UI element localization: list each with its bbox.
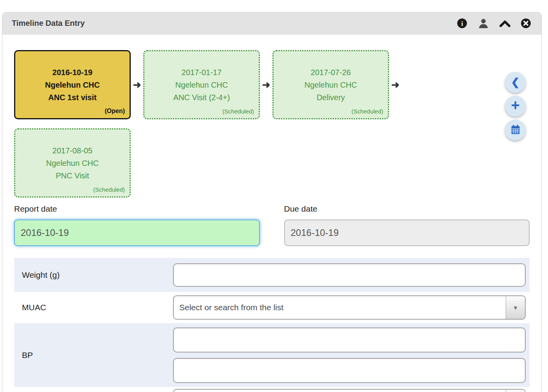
due-date-field: Due date [284,204,530,246]
event-date: 2017-08-05 [52,144,92,157]
event-status-badge: (Scheduled) [352,108,383,115]
timeline-row-1: 2016-10-19 Ngelehun CHC ANC 1st visit (O… [14,50,530,119]
event-stage: Delivery [317,91,345,104]
muac-select-input[interactable] [174,296,506,319]
event-status-badge: (Scheduled) [222,108,254,115]
report-date-label: Report date [14,204,260,214]
add-event-button[interactable]: + [505,96,526,117]
timeline-event-delivery[interactable]: 2017-07-26 Ngelehun CHC Delivery (Schedu… [272,50,389,119]
dropdown-button[interactable]: ▼ [506,390,525,392]
weight-input[interactable] [173,263,526,287]
arrow-right-icon: ➜ [131,50,143,119]
timeline-data-entry-widget: Timeline Data Entry i 2016-10-19 Ngelehu… [2,12,542,392]
event-dates-section: Report date Due date [2,198,541,246]
event-stage: ANC 1st visit [48,91,96,104]
data-entry-table: Weight (g) MUAC ▼ BP [14,258,530,392]
form-row-bp: BP [14,323,530,387]
event-stage: ANC Visit (2-4+) [173,91,230,104]
partial-select-input[interactable] [174,390,506,392]
widget-title: Timeline Data Entry [12,19,85,28]
event-stage: PNC Visit [56,169,89,182]
chevron-up-icon[interactable] [499,20,510,27]
info-icon[interactable]: i [457,18,467,29]
form-row-partial: ▼ [14,387,530,392]
person-icon[interactable] [478,18,489,29]
timeline-side-buttons: ❮ + [505,72,526,140]
event-status-badge: (Scheduled) [93,186,125,193]
widget-header-actions: i [457,18,532,29]
arrow-right-icon: ➜ [260,50,272,119]
timeline-event-pnc-visit[interactable]: 2017-08-05 Ngelehun CHC PNC Visit (Sched… [14,128,131,198]
bp-systolic-input[interactable] [173,327,526,352]
event-date: 2017-07-26 [311,66,351,79]
schedule-event-button[interactable] [505,120,526,140]
plus-icon: + [511,97,519,114]
event-status-badge: (Open) [105,108,125,115]
report-date-field: Report date [14,204,260,246]
timeline-event-anc-1st-visit[interactable]: 2016-10-19 Ngelehun CHC ANC 1st visit (O… [14,50,131,119]
due-date-label: Due date [284,204,530,214]
event-org-unit: Ngelehun CHC [175,79,228,91]
chevron-down-icon: ▼ [513,304,519,311]
bp-label: BP [14,351,173,360]
timeline-row-2: 2017-08-05 Ngelehun CHC PNC Visit (Sched… [14,128,530,198]
event-date: 2017-01-17 [182,66,222,79]
partial-select[interactable]: ▼ [173,389,526,392]
timeline-event-anc-visit-2-4[interactable]: 2017-01-17 Ngelehun CHC ANC Visit (2-4+)… [143,50,260,119]
weight-label: Weight (g) [14,270,173,280]
widget-header: Timeline Data Entry i [2,13,541,34]
event-org-unit: Ngelehun CHC [46,157,99,169]
muac-select[interactable]: ▼ [173,295,526,320]
bp-diastolic-input[interactable] [173,358,526,383]
form-row-muac: MUAC ▼ [14,292,530,323]
back-button[interactable]: ❮ [505,72,526,93]
event-timeline: 2016-10-19 Ngelehun CHC ANC 1st visit (O… [2,34,541,198]
chevron-left-icon: ❮ [511,76,520,88]
event-date: 2016-10-19 [52,66,92,79]
muac-label: MUAC [14,303,173,312]
event-org-unit: Ngelehun CHC [45,79,100,91]
svg-text:i: i [461,20,463,27]
dropdown-button[interactable]: ▼ [506,296,525,319]
event-org-unit: Ngelehun CHC [305,79,357,91]
calendar-icon [510,124,521,137]
close-icon[interactable] [521,18,531,29]
due-date-input [284,219,530,246]
form-row-weight: Weight (g) [14,258,530,292]
arrow-right-icon: ➜ [389,50,402,119]
report-date-input[interactable] [14,219,260,246]
